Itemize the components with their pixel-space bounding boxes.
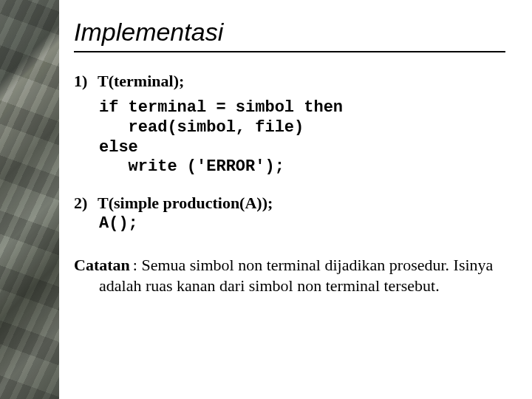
code-block: if terminal = simbol then read(simbol, f… [99,98,505,177]
decorative-sidebar [0,0,59,399]
item-signature: T(terminal); [98,72,184,90]
procedure-call: A(); [99,214,505,233]
list-item: 1) T(terminal); [74,72,505,91]
list-item: 2) T(simple production(A)); A(); [74,194,505,233]
item-signature: T(simple production(A)); [98,194,273,212]
title-underline [74,51,505,52]
note-label: Catatan [74,256,133,274]
note-paragraph: Catatan: Semua simbol non terminal dijad… [74,255,505,296]
slide-content: Implementasi 1) T(terminal); if terminal… [59,0,532,399]
item-number: 1) [74,72,98,91]
item-number: 2) [74,194,98,233]
note-text: : Semua simbol non terminal dijadikan pr… [99,256,493,295]
slide-title: Implementasi [74,18,505,47]
